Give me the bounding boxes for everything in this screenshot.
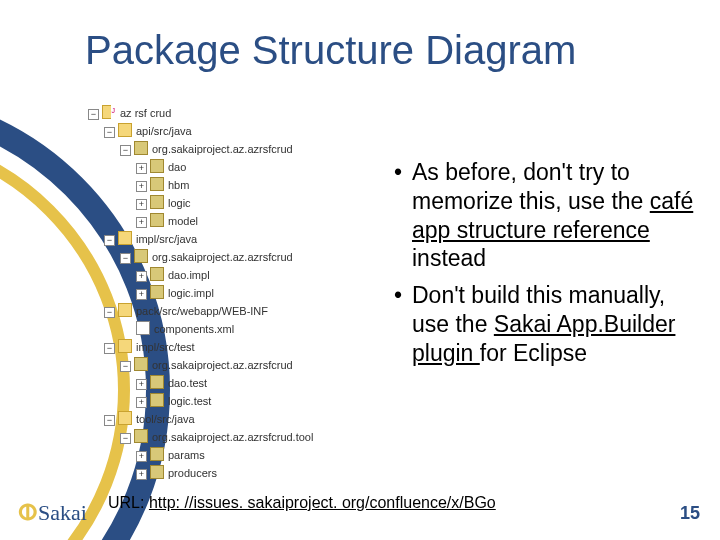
tree-row: −az rsf crud [88, 104, 368, 122]
url-line: URL: http: //issues. sakaiproject. org/c… [108, 494, 496, 512]
tree-label: az rsf crud [120, 107, 171, 119]
url-label: URL: [108, 494, 149, 511]
package-icon [134, 141, 148, 155]
package-icon [150, 465, 164, 479]
package-icon [150, 285, 164, 299]
bullet-text: for Eclipse [480, 340, 587, 366]
package-icon [150, 267, 164, 281]
package-icon [134, 357, 148, 371]
package-icon [150, 393, 164, 407]
sakai-logo: ⵀSakai [18, 500, 87, 526]
logo-text: Sakai [38, 500, 87, 525]
package-icon [150, 213, 164, 227]
slide-title: Package Structure Diagram [85, 28, 576, 73]
package-tree: −az rsf crud −api/src/java −org.sakaipro… [88, 104, 368, 482]
package-icon [134, 249, 148, 263]
collapse-icon: − [88, 109, 99, 120]
src-folder-icon [118, 303, 132, 317]
src-folder-icon [118, 411, 132, 425]
package-icon [150, 177, 164, 191]
package-icon [150, 195, 164, 209]
page-number: 15 [680, 503, 700, 524]
reference-url[interactable]: http: //issues. sakaiproject. org/conflu… [149, 494, 496, 511]
package-icon [150, 447, 164, 461]
logo-icon: ⵀ [18, 500, 38, 525]
bullet-text: As before, don't try to memorize this, u… [412, 159, 650, 214]
package-icon [134, 429, 148, 443]
package-icon [150, 375, 164, 389]
src-folder-icon [118, 339, 132, 353]
bullet-2: Don't build this manually, use the Sakai… [394, 281, 694, 367]
bullet-list: As before, don't try to memorize this, u… [394, 158, 694, 375]
package-icon [150, 159, 164, 173]
bullet-text: instead [412, 245, 486, 271]
bullet-1: As before, don't try to memorize this, u… [394, 158, 694, 273]
src-folder-icon [118, 231, 132, 245]
src-folder-icon [118, 123, 132, 137]
project-icon [102, 105, 116, 119]
xml-file-icon [136, 321, 150, 335]
